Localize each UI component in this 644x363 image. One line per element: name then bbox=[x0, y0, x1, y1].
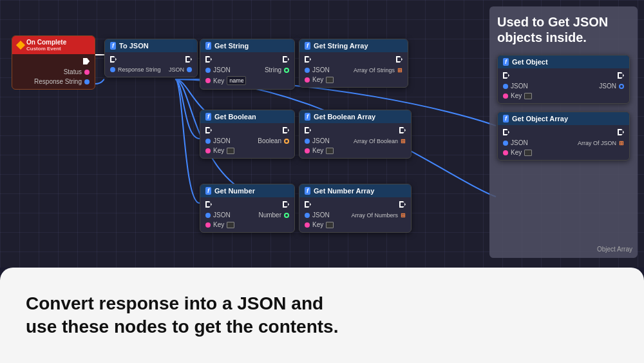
array-icon-gba: ⊞ bbox=[401, 138, 406, 144]
f-icon-go: f bbox=[503, 58, 509, 66]
get-object-body: JSON JSON Key bbox=[498, 68, 629, 103]
key-row-gna: Key bbox=[305, 221, 406, 228]
bool-dot-gb bbox=[284, 139, 289, 144]
get-string-node: f Get String JSON String Key bbox=[200, 39, 295, 90]
exec-in bbox=[110, 56, 117, 63]
array-label-gsa: Array Of Strings bbox=[354, 67, 395, 74]
json-dot-goa bbox=[503, 141, 508, 146]
get-boolean-title: Get Boolean bbox=[214, 113, 256, 121]
get-number-array-title: Get Number Array bbox=[314, 187, 374, 195]
get-string-header: f Get String bbox=[200, 39, 294, 52]
string-label-gs: String bbox=[265, 66, 281, 74]
json-out-go: JSON bbox=[599, 83, 624, 90]
get-number-body: JSON Number Key bbox=[200, 197, 294, 232]
key-box-go bbox=[524, 93, 532, 99]
array-out-gba: Array Of Boolean ⊞ bbox=[354, 138, 406, 144]
json-label-go: JSON bbox=[511, 83, 528, 90]
to-json-header: f To JSON bbox=[105, 39, 197, 52]
status-label: Status bbox=[64, 68, 82, 75]
json-dot-gn bbox=[205, 213, 211, 218]
exec-out-goa bbox=[618, 129, 624, 135]
exec-out-gn bbox=[283, 201, 289, 208]
exec-in-gn bbox=[205, 201, 212, 208]
exec-in-gba bbox=[305, 127, 311, 133]
f-icon: f bbox=[110, 42, 116, 50]
exec-out-gna bbox=[399, 201, 406, 208]
get-string-array-body: JSON Array Of Strings ⊞ Key bbox=[299, 52, 408, 87]
get-number-array-header: f Get Number Array bbox=[299, 184, 411, 197]
get-string-array-node: f Get String Array JSON Array Of Strings… bbox=[299, 39, 408, 88]
get-boolean-array-node: f Get Boolean Array JSON Array Of Boolea… bbox=[299, 110, 412, 159]
json-dot-go bbox=[503, 84, 508, 89]
json-dot-gna bbox=[305, 213, 310, 218]
response-string-label: Response String bbox=[34, 78, 82, 85]
key-row-gsa: Key bbox=[305, 76, 402, 83]
status-pin bbox=[84, 70, 90, 75]
key-label-gb: Key bbox=[213, 147, 224, 154]
string-out-gs: String bbox=[265, 66, 289, 74]
get-boolean-header: f Get Boolean bbox=[200, 110, 294, 123]
f-icon-gn: f bbox=[205, 187, 211, 195]
exec-out-gsa bbox=[396, 56, 402, 63]
get-boolean-array-body: JSON Array Of Boolean ⊞ Key bbox=[299, 123, 411, 158]
get-object-array-header: f Get Object Array bbox=[498, 112, 629, 125]
on-complete-node: On Complete Custom Event Status Response… bbox=[12, 35, 95, 90]
array-label-gna: Array Of Numbers bbox=[351, 212, 398, 219]
exec-out-gs bbox=[283, 56, 289, 63]
key-dot-gn bbox=[205, 222, 211, 228]
f-icon-gba: f bbox=[305, 113, 310, 121]
diamond-icon bbox=[16, 41, 25, 50]
json-label-gba: JSON bbox=[312, 137, 330, 144]
key-row-gs: Key bbox=[205, 76, 289, 85]
exec-out-go bbox=[618, 72, 624, 79]
json-dot-gsa bbox=[305, 68, 310, 73]
exec-out-gb bbox=[283, 127, 289, 133]
key-row-go: Key bbox=[503, 92, 624, 99]
key-label-go: Key bbox=[511, 92, 522, 99]
string-dot-gs bbox=[284, 68, 289, 73]
to-json-body: Response String JSON bbox=[105, 52, 197, 77]
exec-in-gsa bbox=[305, 56, 311, 63]
key-label-gba: Key bbox=[312, 147, 323, 154]
json-in-gn: JSON bbox=[205, 211, 231, 219]
num-dot-gn bbox=[284, 213, 289, 218]
array-icon-gna: ⊞ bbox=[401, 212, 406, 219]
get-number-node: f Get Number JSON Number Key bbox=[200, 184, 295, 233]
exec-in-gs bbox=[205, 56, 212, 63]
array-label-gba: Array Of Boolean bbox=[354, 138, 398, 144]
exec-out-pin bbox=[83, 58, 90, 64]
object-array-label: Object Array bbox=[597, 246, 632, 253]
key-label-gsa: Key bbox=[312, 76, 323, 83]
get-object-array-title: Get Object Array bbox=[512, 115, 568, 123]
get-object-title: Get Object bbox=[512, 58, 548, 66]
bottom-text: Convert response into a JSON and use the… bbox=[26, 292, 338, 339]
key-box-goa bbox=[524, 150, 532, 156]
key-row-goa: Key bbox=[503, 149, 624, 156]
json-out-dot bbox=[187, 67, 192, 72]
num-out-gn: Number bbox=[258, 211, 289, 219]
f-icon-gna: f bbox=[305, 187, 310, 195]
json-in-gb: JSON bbox=[205, 137, 231, 144]
get-string-body: JSON String Key bbox=[200, 52, 294, 89]
sidebar-panel: Used to Get JSON objects inside. f Get O… bbox=[489, 6, 638, 258]
bottom-line2: use these nodes to get the contents. bbox=[26, 315, 338, 338]
key-input-gs[interactable] bbox=[227, 76, 246, 85]
json-label-gna: JSON bbox=[312, 211, 330, 219]
key-label-gn: Key bbox=[213, 221, 224, 228]
key-row-gn: Key bbox=[205, 221, 289, 228]
array-icon-gsa: ⊞ bbox=[397, 67, 402, 74]
on-complete-subtitle: Custom Event bbox=[26, 46, 66, 52]
get-number-array-body: JSON Array Of Numbers ⊞ Key bbox=[299, 197, 411, 232]
bottom-line1: Convert response into a JSON and bbox=[26, 292, 338, 315]
json-in-gna: JSON bbox=[305, 211, 330, 219]
key-row-gb: Key bbox=[205, 147, 289, 154]
json-label-gs: JSON bbox=[213, 66, 231, 74]
blueprint-canvas: On Complete Custom Event Status Response… bbox=[0, 0, 644, 268]
exec-in-gna bbox=[305, 201, 311, 208]
exec-in-go bbox=[503, 72, 509, 79]
num-label-gn: Number bbox=[258, 211, 281, 219]
exec-in-goa bbox=[503, 129, 509, 135]
f-icon-gs: f bbox=[205, 42, 211, 50]
key-dot-gba bbox=[305, 148, 310, 153]
to-json-title: To JSON bbox=[119, 42, 149, 50]
